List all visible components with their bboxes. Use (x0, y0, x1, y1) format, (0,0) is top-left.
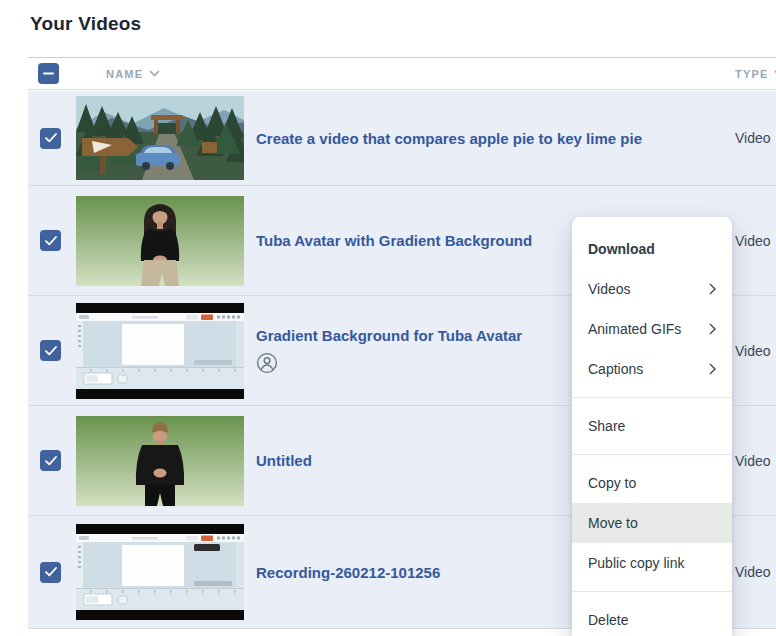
video-type-label: Video (735, 233, 771, 249)
row-checkbox[interactable] (40, 128, 61, 149)
video-thumbnail-female-avatar[interactable] (76, 196, 244, 286)
video-thumbnail-male-avatar[interactable] (76, 416, 244, 506)
menu-item-public-copy-link[interactable]: Public copy link (572, 543, 732, 583)
menu-item-move-to[interactable]: Move to (572, 503, 732, 543)
menu-item-captions[interactable]: Captions (572, 349, 732, 389)
sort-by-name-control[interactable]: NAME (106, 68, 160, 80)
table-row[interactable]: Create a video that compares apple pie t… (28, 91, 776, 186)
page-title: Your Videos (30, 13, 141, 35)
checkmark-icon (45, 567, 57, 577)
chevron-right-icon (709, 323, 716, 335)
video-thumbnail-screen-recording[interactable] (76, 524, 244, 620)
context-menu: Download Videos Animated GIFs Captions S… (572, 217, 732, 636)
menu-item-label: Animated GIFs (588, 321, 681, 337)
video-thumbnail-screen-recording[interactable] (76, 303, 244, 399)
chevron-right-icon (709, 363, 716, 375)
chevron-down-icon (149, 70, 160, 77)
checkmark-icon (45, 346, 57, 356)
menu-item-animated-gifs[interactable]: Animated GIFs (572, 309, 732, 349)
video-title-link[interactable]: Create a video that compares apple pie t… (256, 130, 776, 147)
avatar-badge-icon (256, 352, 278, 374)
checkmark-icon (45, 133, 57, 143)
indeterminate-minus-icon (43, 68, 54, 79)
name-column-header: NAME (106, 68, 143, 80)
menu-item-delete[interactable]: Delete (572, 600, 732, 636)
menu-item-label: Videos (588, 281, 631, 297)
video-thumbnail-forest-scene[interactable] (76, 96, 244, 180)
your-videos-page: Your Videos NAME TYPE (0, 0, 776, 636)
row-checkbox[interactable] (40, 340, 61, 361)
video-type-label: Video (735, 343, 771, 359)
chevron-right-icon (709, 283, 716, 295)
menu-item-copy-to[interactable]: Copy to (572, 463, 732, 503)
menu-item-share[interactable]: Share (572, 406, 732, 446)
sort-by-type-control[interactable]: TYPE (735, 68, 776, 80)
video-type-label: Video (735, 453, 771, 469)
type-column-header: TYPE (735, 68, 769, 80)
checkmark-icon (45, 236, 57, 246)
video-type-label: Video (735, 130, 771, 146)
table-header: NAME TYPE (28, 57, 776, 90)
video-type-label: Video (735, 564, 771, 580)
select-all-checkbox[interactable] (38, 63, 59, 84)
menu-item-videos[interactable]: Videos (572, 269, 732, 309)
menu-divider (572, 454, 732, 455)
row-checkbox[interactable] (40, 230, 61, 251)
menu-item-download[interactable]: Download (572, 229, 732, 269)
checkmark-icon (45, 456, 57, 466)
menu-divider (572, 591, 732, 592)
menu-item-label: Captions (588, 361, 643, 377)
row-checkbox[interactable] (40, 450, 61, 471)
row-checkbox[interactable] (40, 562, 61, 583)
menu-divider (572, 397, 732, 398)
